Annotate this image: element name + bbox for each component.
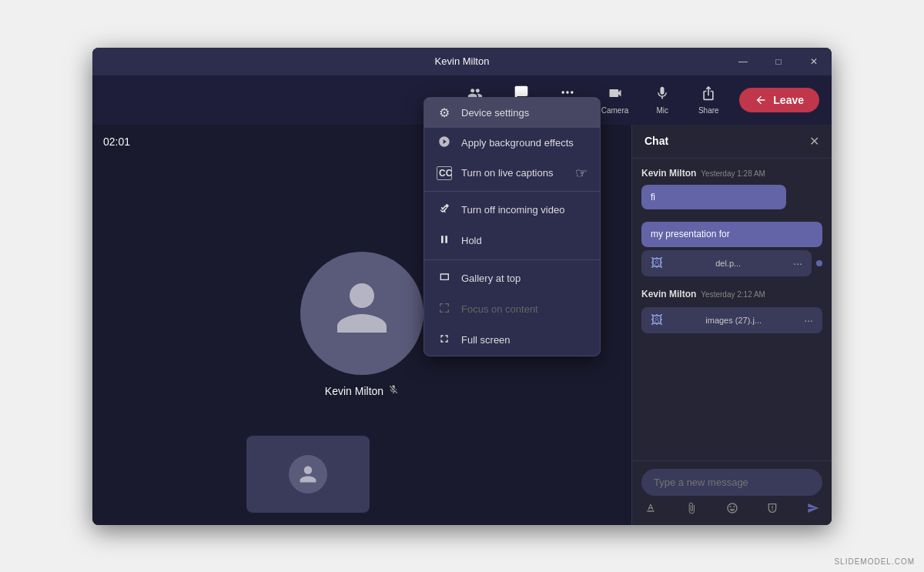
self-avatar bbox=[289, 455, 327, 493]
message-time-3: Yesterday 2:12 AM bbox=[701, 290, 765, 299]
message-time-1: Yesterday 1:28 AM bbox=[701, 169, 765, 178]
full-screen-icon bbox=[437, 333, 452, 348]
window-title: Kevin Milton bbox=[435, 55, 490, 67]
leave-button[interactable]: Leave bbox=[739, 88, 819, 112]
live-captions-item[interactable]: CC Turn on live captions ☞ bbox=[424, 159, 600, 188]
chat-close-button[interactable]: ✕ bbox=[809, 134, 819, 149]
full-screen-item[interactable]: Full screen bbox=[424, 325, 600, 356]
chat-panel-title: Chat bbox=[644, 135, 668, 147]
hold-icon bbox=[437, 233, 452, 249]
message-bubble-2: my presentation for bbox=[641, 222, 822, 247]
camera-label: Camera bbox=[601, 106, 629, 115]
turn-off-video-label: Turn off incoming video bbox=[461, 204, 564, 216]
chat-panel: Chat ✕ Kevin Milton Yesterday 1:28 AM fi bbox=[631, 125, 832, 525]
file-icon-2: 🖼 bbox=[651, 313, 663, 327]
apply-background-item[interactable]: Apply background effects bbox=[424, 128, 600, 159]
window-controls: — □ ✕ bbox=[725, 48, 832, 75]
file-attachment-1: 🖼 del.p... ··· bbox=[641, 250, 812, 276]
turn-off-video-icon bbox=[437, 202, 452, 218]
chat-input-tools bbox=[641, 502, 822, 517]
gallery-top-item[interactable]: Gallery at top bbox=[424, 263, 600, 294]
close-button[interactable]: ✕ bbox=[796, 48, 832, 75]
leave-label: Leave bbox=[773, 94, 804, 106]
mic-label: Mic bbox=[657, 106, 669, 115]
person-silhouette-icon bbox=[331, 277, 393, 350]
participant-name: Kevin Milton bbox=[325, 384, 399, 397]
svg-point-0 bbox=[561, 91, 564, 93]
camera-icon bbox=[608, 85, 623, 103]
hold-item[interactable]: Hold bbox=[424, 226, 600, 256]
device-settings-item[interactable]: ⚙ Device settings bbox=[424, 98, 600, 128]
turn-off-video-item[interactable]: Turn off incoming video bbox=[424, 195, 600, 226]
chat-messages: Kevin Milton Yesterday 1:28 AM fi my pre… bbox=[632, 159, 832, 460]
message-sender-3: Kevin Milton bbox=[641, 289, 696, 299]
self-video-thumbnail bbox=[246, 436, 370, 513]
format-button[interactable] bbox=[644, 502, 657, 517]
cursor-icon: ☞ bbox=[575, 165, 588, 182]
file-more-button-2[interactable]: ··· bbox=[804, 314, 813, 326]
svg-point-2 bbox=[571, 91, 573, 93]
background-effects-icon bbox=[437, 135, 452, 151]
unread-indicator bbox=[816, 260, 822, 266]
share-button[interactable]: Share bbox=[687, 81, 730, 119]
share-label: Share bbox=[698, 106, 719, 115]
full-screen-label: Full screen bbox=[461, 334, 511, 346]
chat-input-area bbox=[632, 460, 832, 525]
live-captions-icon: CC bbox=[437, 166, 452, 180]
device-settings-icon: ⚙ bbox=[437, 105, 452, 120]
call-timer: 02:01 bbox=[103, 135, 130, 148]
menu-separator-1 bbox=[424, 191, 600, 192]
svg-point-1 bbox=[566, 91, 568, 93]
message-bubble-1: fi bbox=[641, 185, 786, 210]
send-button[interactable] bbox=[807, 502, 819, 517]
file-name-2: images (27).j... bbox=[705, 316, 762, 325]
file-more-button-1[interactable]: ··· bbox=[793, 257, 802, 269]
sticker-button[interactable] bbox=[766, 502, 778, 517]
mic-muted-icon bbox=[388, 384, 399, 397]
attach-button[interactable] bbox=[685, 502, 698, 517]
share-icon bbox=[701, 85, 716, 103]
message-group-2: my presentation for 🖼 del.p... ··· bbox=[641, 222, 822, 276]
file-icon-1: 🖼 bbox=[651, 256, 663, 270]
watermark: SLIDEMODEL.COM bbox=[834, 557, 915, 566]
minimize-button[interactable]: — bbox=[725, 48, 761, 75]
gallery-top-label: Gallery at top bbox=[461, 273, 521, 284]
message-input[interactable] bbox=[641, 469, 822, 496]
device-settings-label: Device settings bbox=[461, 107, 529, 119]
chat-header: Chat ✕ bbox=[632, 125, 832, 159]
message-sender-1: Kevin Milton bbox=[641, 168, 696, 179]
avatar bbox=[300, 252, 424, 375]
focus-content-item: Focus on content bbox=[424, 294, 600, 325]
menu-separator-2 bbox=[424, 259, 600, 260]
hold-label: Hold bbox=[461, 235, 482, 246]
title-bar: Kevin Milton — □ ✕ bbox=[92, 48, 832, 75]
focus-icon bbox=[437, 302, 452, 317]
live-captions-label: Turn on live captions bbox=[461, 167, 553, 179]
mic-button[interactable]: Mic bbox=[641, 81, 684, 119]
mic-icon bbox=[654, 85, 670, 103]
more-dropdown-menu: ⚙ Device settings Apply background effec… bbox=[424, 97, 601, 356]
emoji-button[interactable] bbox=[726, 502, 738, 517]
participant-avatar-container: Kevin Milton bbox=[300, 252, 424, 397]
maximize-button[interactable]: □ bbox=[761, 48, 796, 75]
focus-content-label: Focus on content bbox=[461, 303, 538, 315]
message-group-1: Kevin Milton Yesterday 1:28 AM fi bbox=[641, 168, 822, 210]
message-group-3: Kevin Milton Yesterday 2:12 AM 🖼 images … bbox=[641, 289, 822, 333]
file-name-1: del.p... bbox=[715, 259, 741, 268]
teams-window: Kevin Milton — □ ✕ People Chat More bbox=[92, 48, 832, 525]
apply-background-label: Apply background effects bbox=[461, 137, 574, 149]
gallery-icon bbox=[437, 271, 452, 286]
file-attachment-2: 🖼 images (27).j... ··· bbox=[641, 307, 822, 333]
